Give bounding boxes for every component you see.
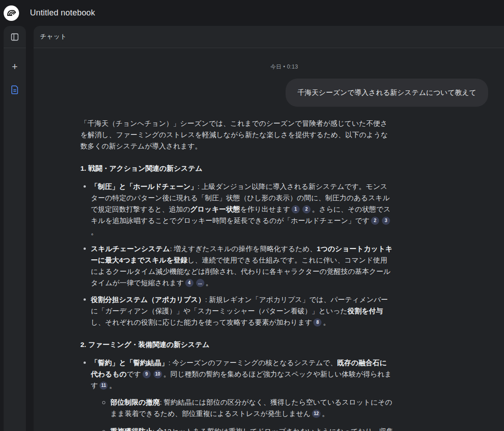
sources-rail-header bbox=[4, 26, 26, 48]
workspace: + チャット 今日 • 0:13 千海天シーズンで導入される新システムについて教… bbox=[0, 26, 504, 431]
citation-chip[interactable]: 12 bbox=[312, 410, 321, 418]
sources-rail: + bbox=[4, 26, 26, 431]
page-title[interactable]: Untitled notebook bbox=[30, 8, 95, 18]
list-item: 「誓約」と「誓約結晶」: 今シーズンのファーミングの核となるシステムで、既存の融… bbox=[80, 357, 394, 431]
citation-chip[interactable]: 2 bbox=[371, 217, 379, 225]
citation-chip[interactable]: 10 bbox=[153, 370, 162, 378]
response-heading: 2. ファーミング・装備関連の新システム bbox=[80, 339, 394, 350]
notebooklm-logo-icon[interactable] bbox=[4, 5, 19, 21]
bold-text: 「制圧」と「ホールドチェーン」 bbox=[91, 183, 198, 190]
citation-chip[interactable]: 3 bbox=[382, 217, 390, 225]
chat-panel: チャット 今日 • 0:13 千海天シーズンで導入される新システムについて教えて… bbox=[34, 26, 504, 431]
bold-text: 役割分担システム（アポカリプス） bbox=[91, 296, 205, 303]
document-icon bbox=[10, 85, 20, 94]
source-document-button[interactable] bbox=[7, 82, 23, 97]
citation-chip[interactable]: 8 bbox=[313, 318, 321, 327]
bold-text: 重複獲得防止 bbox=[110, 427, 153, 431]
list-item: 役割分担システム（アポカリプス）: 新規レギオン「アポカリプス」では、パーティメ… bbox=[80, 294, 394, 328]
citation-chip[interactable]: ... bbox=[196, 279, 204, 287]
chat-column: 今日 • 0:13 千海天シーズンで導入される新システムについて教えて 「千海天… bbox=[34, 48, 504, 431]
logo-arcs bbox=[6, 8, 17, 19]
sources-rail-body: + bbox=[7, 48, 23, 97]
add-source-button[interactable]: + bbox=[7, 59, 23, 74]
expand-panel-button[interactable] bbox=[7, 29, 23, 45]
bold-text: 部位制限の撤廃 bbox=[110, 398, 160, 406]
list-item: スキルチェーンシステム: 増えすぎたスキルの操作を簡略化するため、1つのショート… bbox=[80, 243, 394, 288]
assistant-response: 「千海天（チョンヘチョン）」シーズンでは、これまでのシーズンで冒険者が感じていた… bbox=[80, 118, 394, 431]
bold-text: 役割を付与 bbox=[347, 307, 383, 315]
chat-tab-label: チャット bbox=[40, 33, 67, 41]
plus-icon: + bbox=[12, 62, 18, 72]
conversation-timestamp: 今日 • 0:13 bbox=[80, 63, 488, 71]
split-panel-icon bbox=[10, 33, 19, 41]
citation-chip[interactable]: 1 bbox=[292, 205, 300, 213]
list-item: 重複獲得防止: 全12セットある誓約は重複してドロップされないようになっており、… bbox=[100, 426, 394, 431]
user-message-bubble: 千海天シーズンで導入される新システムについて教えて bbox=[286, 79, 488, 107]
response-sublist: 部位制限の撤廃: 誓約結晶には部位の区分がなく、獲得したら空いているスロットにそ… bbox=[100, 396, 394, 431]
chat-scroll-area[interactable]: 今日 • 0:13 千海天シーズンで導入される新システムについて教えて 「千海天… bbox=[34, 48, 504, 431]
bold-text: スキルチェーンシステム bbox=[91, 245, 170, 253]
list-item: 部位制限の撤廃: 誓約結晶には部位の区分がなく、獲得したら空いているスロットにそ… bbox=[100, 396, 394, 419]
response-heading: 1. 戦闘・アクション関連の新システム bbox=[80, 163, 394, 174]
bold-text: 「誓約」と「誓約結晶」 bbox=[91, 359, 168, 367]
response-list: 「誓約」と「誓約結晶」: 今シーズンのファーミングの核となるシステムで、既存の融… bbox=[80, 357, 394, 431]
response-paragraph: 「千海天（チョンヘチョン）」シーズンでは、これまでのシーズンで冒険者が感じていた… bbox=[80, 118, 394, 152]
response-list: 「制圧」と「ホールドチェーン」: 上級ダンジョン以降に導入される新システムです。… bbox=[80, 181, 394, 328]
topbar: Untitled notebook bbox=[0, 0, 504, 26]
chat-panel-header: チャット bbox=[34, 26, 504, 48]
citation-chip[interactable]: 11 bbox=[99, 381, 108, 390]
citation-chip[interactable]: 2 bbox=[302, 205, 311, 213]
citation-chip[interactable]: 4 bbox=[185, 279, 193, 287]
citation-chip[interactable]: 9 bbox=[143, 370, 151, 378]
bold-text: グロッキー状態 bbox=[190, 205, 240, 213]
list-item: 「制圧」と「ホールドチェーン」: 上級ダンジョン以降に導入される新システムです。… bbox=[80, 181, 394, 238]
